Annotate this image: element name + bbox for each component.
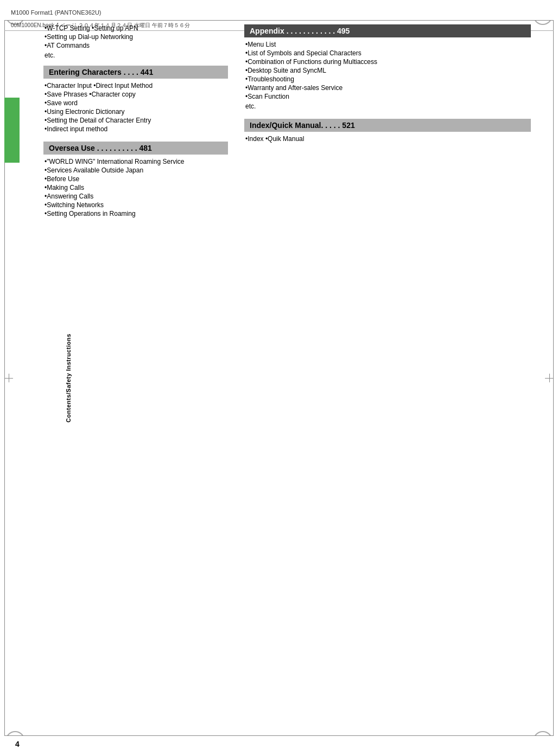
ec-item-5: •Setting the Detail of Character Entry — [43, 117, 228, 124]
green-tab — [4, 98, 20, 163]
ec-item-4: •Using Electronic Dictionary — [43, 108, 228, 116]
header-title: M1000 Format1 (PANTONE362U) — [11, 9, 101, 16]
oversea-use-header: Oversea Use . . . . . . . . . . 481 — [43, 142, 228, 155]
app-item-3: •Combination of Functions during Multiac… — [244, 58, 531, 66]
entering-characters-header: Entering Characters . . . . 441 — [43, 66, 228, 79]
appendix-section: Appendix . . . . . . . . . . . . 495 •Me… — [244, 24, 531, 110]
entering-characters-section: Entering Characters . . . . 441 •Charact… — [43, 66, 228, 133]
page-header: M1000 Format1 (PANTONE362U) — [4, 4, 554, 21]
page-footer: 4 — [4, 735, 554, 752]
ou-item-4: •Making Calls — [43, 184, 228, 191]
ec-item-3: •Save word — [43, 99, 228, 107]
left-column: •W-TCP Setting •Setting up APN •Setting … — [43, 24, 228, 726]
ou-item-6: •Switching Networks — [43, 201, 228, 209]
app-item-7: •Scan Function — [244, 93, 531, 100]
app-item-4: •Desktop Suite and SyncML — [244, 67, 531, 74]
index-section: Index/Quick Manual. . . . . 521 •Index •… — [244, 119, 531, 143]
ou-item-2: •Services Available Outside Japan — [43, 166, 228, 174]
ou-item-7: •Setting Operations in Roaming — [43, 210, 228, 217]
top-item-1: •W-TCP Setting •Setting up APN — [43, 24, 228, 32]
top-item-etc: etc. — [43, 52, 228, 59]
ec-item-2: •Save Phrases •Character copy — [43, 91, 228, 98]
ou-item-3: •Before Use — [43, 175, 228, 183]
app-item-1: •Menu List — [244, 41, 531, 48]
ec-item-1: •Character Input •Direct Input Method — [43, 82, 228, 89]
top-item-2: •Setting up Dial-up Networking — [43, 33, 228, 41]
cross-left — [4, 374, 13, 382]
index-item-1: •Index •Quik Manual — [244, 135, 531, 143]
app-item-6: •Warranty and After-sales Service — [244, 84, 531, 92]
page-number: 4 — [15, 740, 20, 748]
appendix-header: Appendix . . . . . . . . . . . . 495 — [244, 24, 531, 37]
top-items-block: •W-TCP Setting •Setting up APN •Setting … — [43, 24, 228, 59]
app-item-etc: etc. — [244, 102, 531, 110]
ou-item-5: •Answering Calls — [43, 193, 228, 200]
ec-item-6: •Indirect input method — [43, 125, 228, 133]
app-item-2: •List of Symbols and Special Characters — [244, 49, 531, 57]
right-column: Appendix . . . . . . . . . . . . 495 •Me… — [244, 24, 531, 726]
cross-right — [545, 374, 554, 382]
app-item-5: •Troubleshooting — [244, 75, 531, 83]
ou-item-1: •"WORLD WING" International Roaming Serv… — [43, 158, 228, 165]
oversea-use-section: Oversea Use . . . . . . . . . . 481 •"WO… — [43, 142, 228, 217]
index-header: Index/Quick Manual. . . . . 521 — [244, 119, 531, 132]
top-item-3: •AT Commands — [43, 42, 228, 49]
main-content: •W-TCP Setting •Setting up APN •Setting … — [43, 24, 531, 726]
